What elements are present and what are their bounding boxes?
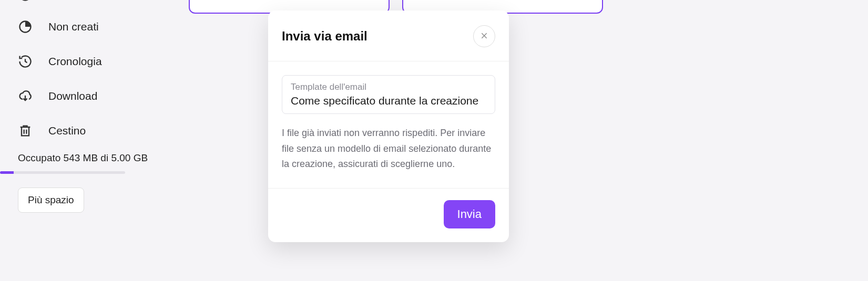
files-icon	[18, 0, 33, 2]
sidebar-item-download[interactable]: Download	[0, 79, 163, 113]
modal-footer: Invia	[268, 189, 509, 242]
sidebar: Tutti i file Non creati Cronologia Downl…	[0, 0, 163, 213]
history-icon	[18, 54, 33, 69]
modal-description: I file già inviati non verranno rispedit…	[282, 126, 495, 172]
template-field[interactable]: Template dell'email Come specificato dur…	[282, 75, 495, 114]
sidebar-item-label: Tutti i file	[48, 0, 92, 1]
pie-icon	[18, 19, 33, 34]
modal-header: Invia via email	[268, 11, 509, 61]
sidebar-item-label: Cestino	[48, 124, 86, 137]
send-button[interactable]: Invia	[444, 200, 495, 228]
storage-bar	[0, 171, 125, 174]
template-field-value: Come specificato durante la creazione	[291, 92, 486, 107]
storage-bar-fill	[0, 171, 14, 174]
modal-body: Template dell'email Come specificato dur…	[268, 61, 509, 189]
trash-icon	[18, 123, 33, 138]
sidebar-item-all-files[interactable]: Tutti i file	[0, 0, 163, 9]
svg-point-0	[20, 0, 31, 1]
sidebar-item-trash[interactable]: Cestino	[0, 113, 163, 148]
sidebar-item-label: Cronologia	[48, 55, 102, 68]
close-button[interactable]	[473, 25, 495, 47]
storage-text: Occupato 543 MB di 5.00 GB	[0, 148, 163, 164]
sidebar-item-label: Download	[48, 90, 97, 102]
close-icon	[480, 32, 488, 41]
more-space-button[interactable]: Più spazio	[18, 188, 84, 213]
sidebar-item-history[interactable]: Cronologia	[0, 44, 163, 79]
download-icon	[18, 89, 33, 103]
template-field-label: Template dell'email	[291, 82, 486, 92]
sidebar-item-not-created[interactable]: Non creati	[0, 9, 163, 44]
email-modal: Invia via email Template dell'email Come…	[268, 11, 509, 242]
sidebar-item-label: Non creati	[48, 20, 99, 33]
modal-title: Invia via email	[282, 29, 367, 44]
